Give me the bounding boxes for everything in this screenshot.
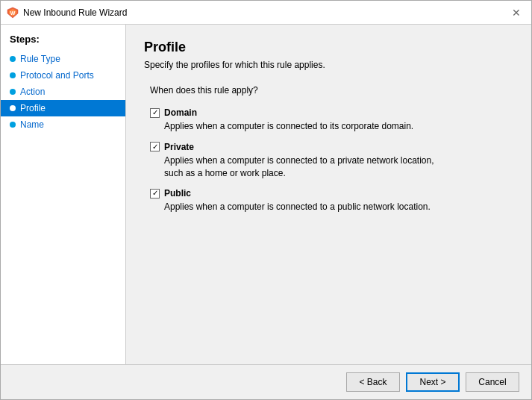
step-dot [10,89,16,95]
close-button[interactable]: ✕ [507,4,525,22]
public-header: Public [150,188,513,199]
sidebar-item-label[interactable]: Protocol and Ports [20,70,94,81]
content-area: Steps: Rule Type Protocol and Ports Acti… [1,25,531,364]
step-dot [10,122,16,128]
sidebar-item-label[interactable]: Profile [20,103,46,113]
domain-checkbox[interactable] [150,108,160,118]
domain-header: Domain [150,107,513,118]
step-dot [10,56,16,62]
private-header: Private [150,142,513,152]
app-icon: W [7,7,19,19]
sidebar-item-protocol-ports[interactable]: Protocol and Ports [1,67,125,84]
sidebar-item-rule-type[interactable]: Rule Type [1,51,125,67]
option-group: Domain Applies when a computer is connec… [150,107,513,222]
domain-label: Domain [164,107,197,118]
wizard-window: W New Inbound Rule Wizard ✕ Steps: Rule … [0,0,532,400]
step-dot [10,105,16,111]
private-option: Private Applies when a computer is conne… [150,142,513,180]
cancel-button[interactable]: Cancel [466,372,519,392]
sidebar-item-label[interactable]: Rule Type [20,54,60,64]
footer: < Back Next > Cancel [1,364,531,399]
sidebar-title: Steps: [1,34,125,51]
title-bar: W New Inbound Rule Wizard ✕ [1,1,531,25]
public-checkbox[interactable] [150,189,160,199]
page-subtitle: Specify the profiles for which this rule… [144,60,513,70]
public-desc: Applies when a computer is connected to … [164,201,513,213]
private-desc: Applies when a computer is connected to … [164,154,513,180]
page-title: Profile [144,40,513,55]
next-button[interactable]: Next > [406,372,460,392]
rule-question: When does this rule apply? [150,85,513,96]
svg-text:W: W [10,10,16,16]
sidebar: Steps: Rule Type Protocol and Ports Acti… [1,25,126,364]
sidebar-item-name[interactable]: Name [1,116,125,133]
sidebar-item-label[interactable]: Action [20,87,45,97]
domain-option: Domain Applies when a computer is connec… [150,107,513,133]
sidebar-item-profile[interactable]: Profile [1,100,125,116]
public-option: Public Applies when a computer is connec… [150,188,513,213]
main-content: Profile Specify the profiles for which t… [126,25,531,364]
back-button[interactable]: < Back [346,372,400,392]
private-checkbox[interactable] [150,142,160,151]
step-dot [10,72,16,78]
sidebar-item-action[interactable]: Action [1,84,125,100]
window-title: New Inbound Rule Wizard [23,7,507,18]
public-label: Public [164,188,191,199]
domain-desc: Applies when a computer is connected to … [164,120,513,133]
private-label: Private [164,142,194,152]
sidebar-item-label[interactable]: Name [20,119,44,130]
